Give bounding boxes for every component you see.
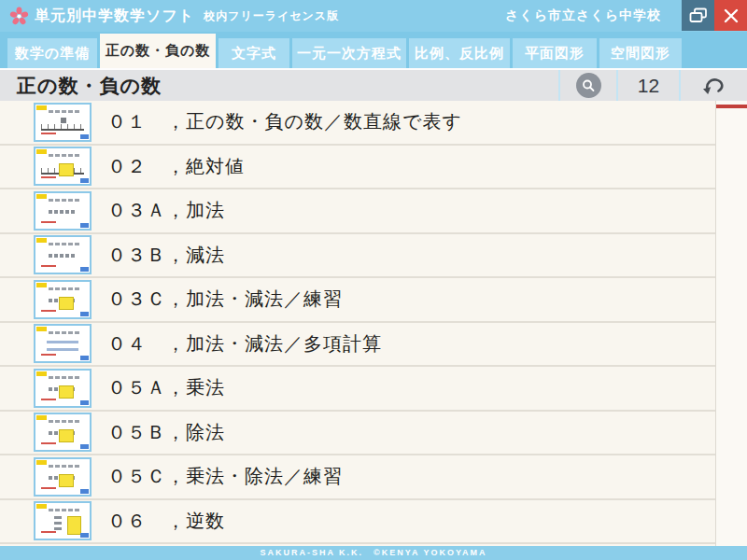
- lesson-title: ０６ ，逆数: [107, 509, 225, 534]
- copyright-text: SAKURA-SHA K.K. ©KENYA YOKOYAMA: [260, 547, 486, 559]
- tab-solid-figures[interactable]: 空間図形: [599, 38, 682, 68]
- close-icon: [724, 8, 739, 23]
- lesson-thumbnail: [34, 103, 92, 142]
- lesson-thumbnail: [34, 147, 92, 186]
- tab-linear-equations[interactable]: 一元一次方程式: [292, 38, 406, 68]
- item-count: 12: [616, 70, 679, 101]
- lesson-row[interactable]: ０５Ｃ，乗法・除法／練習: [0, 455, 715, 500]
- tab-proportion[interactable]: 比例、反比例: [409, 38, 510, 68]
- back-button[interactable]: [679, 70, 747, 101]
- lesson-title: ０５Ｃ，乗法・除法／練習: [107, 464, 343, 489]
- lesson-row[interactable]: ０５Ｂ，除法: [0, 412, 715, 456]
- restore-window-icon: [689, 7, 708, 23]
- search-button[interactable]: [558, 70, 616, 101]
- lesson-row[interactable]: ０１ ，正の数・負の数／数直線で表す: [0, 101, 715, 146]
- lesson-thumbnail: [34, 501, 92, 540]
- undo-arrow-icon: [702, 76, 726, 96]
- lesson-row[interactable]: ０５Ａ，乗法: [0, 367, 715, 412]
- lesson-row[interactable]: ０３Ａ，加法: [0, 189, 715, 234]
- section-header: 正の数・負の数 12: [0, 68, 747, 101]
- lesson-row[interactable]: ０３Ｂ，減法: [0, 234, 715, 279]
- lesson-row[interactable]: ０６ ，逆数: [0, 500, 715, 545]
- lesson-thumbnail: [34, 457, 92, 497]
- lesson-thumbnail: [34, 191, 92, 231]
- lesson-thumbnail: [34, 280, 92, 319]
- lesson-list: ０１ ，正の数・負の数／数直線で表す ０２ ，絶対値 ０３Ａ，加法 ０３Ｂ，減法…: [0, 101, 747, 546]
- restore-window-button[interactable]: [682, 0, 714, 31]
- lesson-title: ０３Ｃ，加法・減法／練習: [107, 287, 343, 312]
- scrollbar-track[interactable]: [715, 101, 747, 546]
- app-title: 単元別中学数学ソフト: [35, 7, 194, 26]
- tab-algebraic-expressions[interactable]: 文字式: [218, 38, 289, 68]
- lesson-row[interactable]: ０４ ，加法・減法／多項計算: [0, 323, 715, 368]
- lesson-thumbnail: [34, 369, 92, 408]
- lesson-title: ０５Ｂ，除法: [107, 420, 225, 445]
- lesson-title: ０４ ，加法・減法／多項計算: [107, 331, 382, 357]
- lesson-thumbnail: [34, 324, 92, 363]
- lesson-row[interactable]: ０３Ｃ，加法・減法／練習: [0, 278, 715, 323]
- license-label: 校内フリーライセンス版: [204, 8, 339, 24]
- lesson-title: ０１ ，正の数・負の数／数直線で表す: [107, 109, 462, 134]
- title-bar: 単元別中学数学ソフト 校内フリーライセンス版 さくら市立さくら中学校: [0, 0, 747, 32]
- close-window-button[interactable]: [714, 0, 747, 31]
- lesson-title: ０５Ａ，乗法: [107, 375, 225, 400]
- tab-plane-figures[interactable]: 平面図形: [513, 38, 597, 68]
- footer-credit-bar: SAKURA-SHA K.K. ©KENYA YOKOYAMA: [0, 546, 747, 560]
- lesson-title: ０３Ａ，加法: [107, 198, 225, 223]
- lesson-title: ０３Ｂ，減法: [107, 243, 225, 268]
- scrollbar-thumb[interactable]: [716, 105, 747, 108]
- school-name: さくら市立さくら中学校: [505, 7, 661, 24]
- section-title: 正の数・負の数: [0, 70, 558, 101]
- tab-math-prep[interactable]: 数学の準備: [7, 38, 97, 68]
- search-icon: [581, 78, 596, 93]
- tab-positive-negative-numbers[interactable]: 正の数・負の数: [100, 34, 216, 68]
- lesson-title: ０２ ，絶対値: [107, 154, 245, 179]
- lesson-thumbnail: [34, 235, 92, 274]
- sakura-flower-icon: [9, 7, 29, 26]
- lesson-thumbnail: [34, 413, 92, 452]
- unit-tab-bar: 数学の準備 正の数・負の数 文字式 一元一次方程式 比例、反比例 平面図形 空間…: [0, 32, 747, 68]
- lesson-row[interactable]: ０２ ，絶対値: [0, 146, 715, 190]
